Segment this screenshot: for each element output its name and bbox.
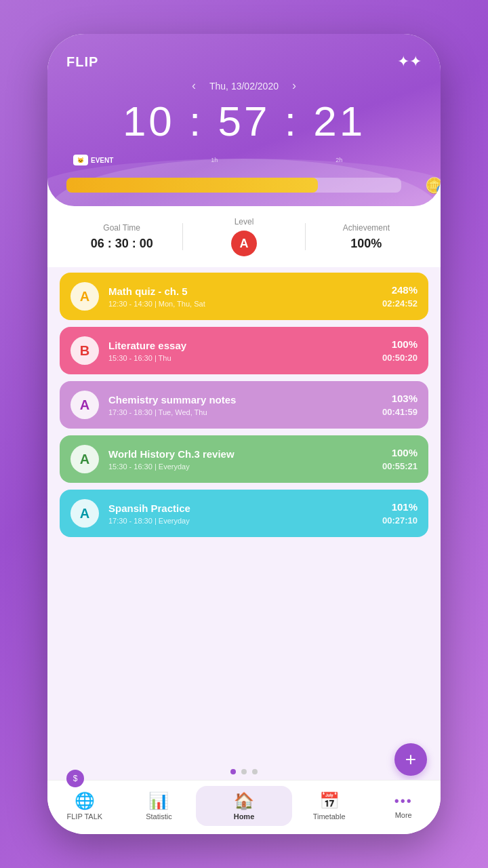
next-date-arrow[interactable]: › [292, 79, 296, 93]
top-bar: FLIP ✦✦ [66, 53, 422, 71]
card-avatar-3: A [70, 391, 99, 419]
achievement-stat: Achievement 100% [306, 223, 427, 251]
event-text: EVENT [91, 157, 113, 164]
more-icon: ••• [394, 793, 413, 809]
time-marker-1h: 1h [211, 157, 218, 163]
timetable-icon: 📅 [319, 791, 340, 810]
card-percent-5: 101% [382, 501, 418, 513]
app-logo: FLIP [66, 54, 98, 70]
statistic-icon: 📊 [148, 791, 169, 810]
progress-ruler: 🐱 EVENT 1h 2h 🪙 5 [66, 155, 422, 193]
card-time-5: 00:27:10 [382, 515, 418, 526]
home-icon: 🏠 [234, 791, 254, 810]
card-time-4: 00:55:21 [382, 461, 418, 471]
card-title-3: Chemistry summary notes [108, 394, 373, 406]
card-avatar-4: A [70, 445, 99, 473]
card-info-2: Literature essay 15:30 - 16:30 | Thu [108, 340, 373, 362]
card-time-1: 02:24:52 [382, 298, 418, 309]
coin-nav-icon: $ [66, 770, 84, 787]
card-time-2: 00:50:20 [382, 353, 418, 363]
achievement-value: 100% [306, 237, 427, 251]
goal-time-stat: Goal Time 06 : 30 : 00 [61, 223, 182, 251]
sparkle-icon[interactable]: ✦✦ [397, 53, 422, 71]
goal-time-label: Goal Time [61, 223, 182, 233]
card-info-4: World History Ch.3 review 15:30 - 16:30 … [108, 448, 373, 471]
add-icon: + [405, 749, 416, 770]
goal-time-value: 06 : 30 : 00 [61, 237, 182, 251]
card-time-3: 00:41:59 [382, 407, 418, 417]
card-title-2: Literature essay [108, 340, 373, 351]
bottom-nav: $ 🌐 FLIP TALK 📊 Statistic 🏠 Home 📅 Timet… [47, 780, 441, 834]
dot-3 [252, 769, 258, 774]
statistic-label: Statistic [146, 812, 172, 821]
card-subtitle-5: 17:30 - 18:30 | Everyday [108, 517, 373, 525]
card-info-5: Spansih Practice 17:30 - 18:30 | Everyda… [108, 502, 373, 525]
current-time: 10 : 57 : 21 [66, 97, 422, 145]
home-label: Home [234, 812, 255, 821]
card-stats-5: 101% 00:27:10 [382, 501, 418, 526]
card-title-5: Spansih Practice [108, 502, 373, 514]
card-subtitle-2: 15:30 - 16:30 | Thu [108, 354, 373, 362]
nav-flip-talk[interactable]: 🌐 FLIP TALK [47, 791, 122, 821]
flip-talk-label: FLIP TALK [67, 812, 103, 821]
dot-1 [230, 769, 236, 774]
coin-count: 5 [436, 185, 441, 195]
card-percent-2: 100% [382, 338, 418, 350]
subject-card-4[interactable]: A World History Ch.3 review 15:30 - 16:3… [60, 435, 428, 483]
card-title-1: Math quiz - ch. 5 [108, 285, 373, 297]
flip-talk-icon: 🌐 [75, 791, 95, 810]
cards-section: A Math quiz - ch. 5 12:30 - 14:30 | Mon,… [47, 267, 441, 764]
subject-card-2[interactable]: B Literature essay 15:30 - 16:30 | Thu 1… [60, 327, 428, 374]
card-avatar-5: A [70, 499, 99, 528]
subject-card-1[interactable]: A Math quiz - ch. 5 12:30 - 14:30 | Mon,… [60, 273, 428, 320]
nav-home[interactable]: 🏠 Home [196, 786, 292, 826]
more-label: More [395, 811, 412, 819]
stats-row: Goal Time 06 : 30 : 00 Level A Achieveme… [47, 206, 441, 267]
card-stats-1: 248% 02:24:52 [382, 284, 418, 309]
timetable-label: Timetable [313, 812, 346, 821]
nav-timetable[interactable]: 📅 Timetable [292, 791, 367, 821]
phone-frame: FLIP ✦✦ ‹ Thu, 13/02/2020 › 10 : 57 : 21… [47, 34, 441, 834]
nav-more[interactable]: ••• More [366, 793, 441, 819]
card-percent-1: 248% [382, 284, 418, 296]
event-icon: 🐱 [73, 155, 88, 165]
card-stats-3: 103% 00:41:59 [382, 393, 418, 417]
prev-date-arrow[interactable]: ‹ [192, 79, 196, 93]
card-stats-2: 100% 00:50:20 [382, 338, 418, 363]
level-label: Level [183, 217, 304, 226]
card-percent-4: 100% [382, 447, 418, 458]
progress-bar-fill [66, 178, 318, 193]
card-stats-4: 100% 00:55:21 [382, 447, 418, 471]
time-marker-2h: 2h [336, 157, 342, 163]
nav-statistic[interactable]: 📊 Statistic [122, 791, 197, 821]
subject-card-5[interactable]: A Spansih Practice 17:30 - 18:30 | Every… [60, 490, 428, 537]
card-subtitle-4: 15:30 - 16:30 | Everyday [108, 462, 373, 471]
coin-stack-icon: 🪙 5 [425, 178, 441, 193]
card-info-3: Chemistry summary notes 17:30 - 18:30 | … [108, 394, 373, 416]
date-navigation: ‹ Thu, 13/02/2020 › [66, 79, 422, 93]
dot-2 [241, 769, 247, 774]
header-section: FLIP ✦✦ ‹ Thu, 13/02/2020 › 10 : 57 : 21… [47, 34, 441, 206]
add-button[interactable]: + [394, 743, 427, 776]
event-label: 🐱 EVENT 1h 2h [73, 155, 132, 165]
event-progress-bar [66, 178, 401, 193]
card-avatar-2: B [70, 336, 99, 365]
current-date: Thu, 13/02/2020 [209, 81, 279, 92]
card-percent-3: 103% [382, 393, 418, 404]
bottom-controls: + [47, 764, 441, 780]
achievement-label: Achievement [306, 223, 427, 233]
coins-badge: 🪙 5 [422, 174, 441, 198]
card-subtitle-3: 17:30 - 18:30 | Tue, Wed, Thu [108, 408, 373, 416]
pagination-dots [230, 769, 258, 774]
card-subtitle-1: 12:30 - 14:30 | Mon, Thu, Sat [108, 300, 373, 308]
level-badge: A [231, 231, 257, 256]
subject-card-3[interactable]: A Chemistry summary notes 17:30 - 18:30 … [60, 381, 428, 429]
card-title-4: World History Ch.3 review [108, 448, 373, 460]
card-avatar-1: A [70, 282, 99, 311]
level-stat: Level A [183, 217, 304, 256]
card-info-1: Math quiz - ch. 5 12:30 - 14:30 | Mon, T… [108, 285, 373, 308]
